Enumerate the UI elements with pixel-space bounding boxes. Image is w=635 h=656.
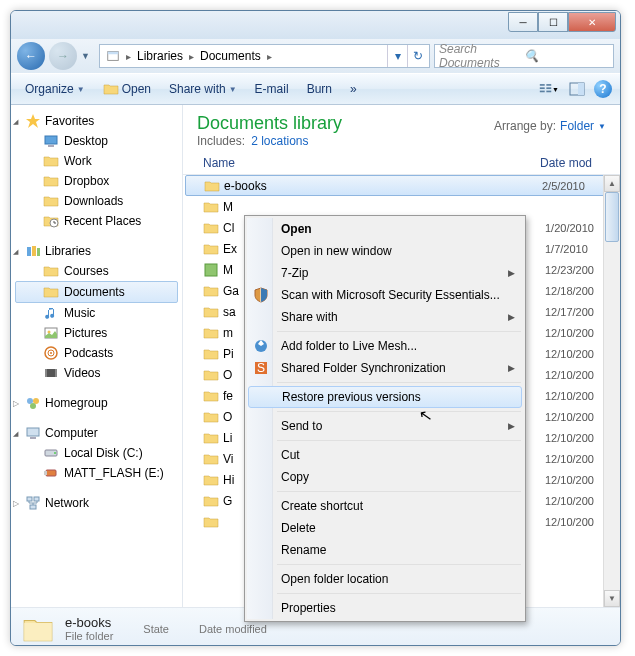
open-button[interactable]: Open bbox=[97, 79, 157, 99]
library-icon bbox=[43, 284, 59, 300]
minimize-button[interactable]: ─ bbox=[508, 12, 538, 32]
svg-rect-22 bbox=[45, 369, 47, 377]
close-button[interactable]: ✕ bbox=[568, 12, 616, 32]
email-button[interactable]: E-mail bbox=[249, 80, 295, 98]
file-row[interactable]: M bbox=[183, 196, 620, 217]
menu-item-shared-folder-synchronization[interactable]: SShared Folder Synchronization▶ bbox=[247, 357, 523, 379]
favorites-header[interactable]: Favorites bbox=[11, 111, 182, 131]
address-dropdown[interactable]: ▾ bbox=[387, 45, 407, 67]
computer-header[interactable]: Computer bbox=[11, 423, 182, 443]
search-box[interactable]: Search Documents 🔍 bbox=[434, 44, 614, 68]
column-name[interactable]: Name bbox=[203, 156, 540, 170]
library-title: Documents library bbox=[197, 113, 342, 134]
breadcrumb-root-icon[interactable] bbox=[102, 45, 124, 67]
sidebar-item-courses[interactable]: Courses bbox=[11, 261, 182, 281]
share-with-button[interactable]: Share with▼ bbox=[163, 80, 243, 98]
menu-item-scan-with-microsoft-security-essentials-[interactable]: Scan with Microsoft Security Essentials.… bbox=[247, 284, 523, 306]
library-header: Documents library Includes: 2 locations … bbox=[183, 105, 620, 152]
organize-button[interactable]: Organize▼ bbox=[19, 80, 91, 98]
arrange-by[interactable]: Arrange by: Folder ▼ bbox=[494, 113, 606, 133]
menu-item-properties[interactable]: Properties bbox=[247, 597, 523, 619]
mesh-icon bbox=[253, 338, 269, 354]
sidebar-item-podcasts[interactable]: Podcasts bbox=[11, 343, 182, 363]
menu-item-open-in-new-window[interactable]: Open in new window bbox=[247, 240, 523, 262]
menu-item-rename[interactable]: Rename bbox=[247, 539, 523, 561]
menu-item-copy[interactable]: Copy bbox=[247, 466, 523, 488]
scroll-up-button[interactable]: ▲ bbox=[604, 175, 620, 192]
breadcrumb-documents[interactable]: Documents bbox=[196, 45, 265, 67]
address-bar[interactable]: ▸ Libraries ▸ Documents ▸ ▾ ↻ bbox=[99, 44, 430, 68]
menu-item-create-shortcut[interactable]: Create shortcut bbox=[247, 495, 523, 517]
refresh-button[interactable]: ↻ bbox=[407, 45, 427, 67]
menu-item-restore-previous-versions[interactable]: Restore previous versions bbox=[248, 386, 522, 408]
sidebar-item-desktop[interactable]: Desktop bbox=[11, 131, 182, 151]
libraries-header[interactable]: Libraries bbox=[11, 241, 182, 261]
sidebar-item-dropbox[interactable]: Dropbox bbox=[11, 171, 182, 191]
help-button[interactable]: ? bbox=[594, 80, 612, 98]
chevron-right-icon[interactable]: ▸ bbox=[124, 51, 133, 62]
chevron-right-icon[interactable]: ▸ bbox=[265, 51, 274, 62]
menu-item-send-to[interactable]: Send to▶ bbox=[247, 415, 523, 437]
locations-link[interactable]: 2 locations bbox=[251, 134, 308, 148]
svg-rect-31 bbox=[46, 470, 56, 476]
menu-item-delete[interactable]: Delete bbox=[247, 517, 523, 539]
scroll-down-button[interactable]: ▼ bbox=[604, 590, 620, 607]
breadcrumb-libraries[interactable]: Libraries bbox=[133, 45, 187, 67]
menu-separator bbox=[277, 331, 521, 332]
folder-icon bbox=[204, 178, 220, 194]
submenu-arrow-icon: ▶ bbox=[508, 363, 515, 373]
forward-button[interactable]: → bbox=[49, 42, 77, 70]
network-header[interactable]: Network bbox=[11, 493, 182, 513]
sidebar-item-videos[interactable]: Videos bbox=[11, 363, 182, 383]
chevron-right-icon[interactable]: ▸ bbox=[187, 51, 196, 62]
folder-icon bbox=[203, 430, 219, 446]
burn-button[interactable]: Burn bbox=[301, 80, 338, 98]
menu-item-label: Send to bbox=[281, 419, 322, 433]
sidebar-item-pictures[interactable]: Pictures bbox=[11, 323, 182, 343]
menu-item-label: Shared Folder Synchronization bbox=[281, 361, 446, 375]
menu-item-cut[interactable]: Cut bbox=[247, 444, 523, 466]
svg-rect-34 bbox=[34, 497, 39, 501]
help-icon: ? bbox=[599, 82, 606, 96]
sidebar-item-work[interactable]: Work bbox=[11, 151, 182, 171]
sidebar-item-documents[interactable]: Documents bbox=[15, 281, 178, 303]
nav-history-dropdown[interactable]: ▼ bbox=[81, 51, 95, 61]
column-headers[interactable]: Name Date mod bbox=[183, 152, 620, 175]
svg-rect-14 bbox=[32, 246, 36, 256]
svg-rect-33 bbox=[27, 497, 32, 501]
library-subtitle: Includes: 2 locations bbox=[197, 134, 342, 148]
sidebar-item-drive[interactable]: Local Disk (C:) bbox=[11, 443, 182, 463]
sidebar-item-downloads[interactable]: Downloads bbox=[11, 191, 182, 211]
arrow-right-icon: → bbox=[57, 49, 69, 63]
folder-icon bbox=[203, 325, 219, 341]
sidebar-item-recent-places[interactable]: Recent Places bbox=[11, 211, 182, 231]
menu-item-open-folder-location[interactable]: Open folder location bbox=[247, 568, 523, 590]
menu-item-label: Copy bbox=[281, 470, 309, 484]
more-button[interactable]: » bbox=[344, 80, 363, 98]
svg-rect-13 bbox=[27, 247, 31, 256]
folder-icon bbox=[203, 262, 219, 278]
column-date[interactable]: Date mod bbox=[540, 156, 620, 170]
menu-item-share-with[interactable]: Share with▶ bbox=[247, 306, 523, 328]
menu-item-open[interactable]: Open bbox=[247, 218, 523, 240]
back-button[interactable]: ← bbox=[17, 42, 45, 70]
sidebar-item-label: Pictures bbox=[64, 326, 107, 340]
menu-item-label: Open folder location bbox=[281, 572, 388, 586]
homegroup-header[interactable]: Homegroup bbox=[11, 393, 182, 413]
folder-icon bbox=[203, 199, 219, 215]
menu-item-label: Add folder to Live Mesh... bbox=[281, 339, 417, 353]
scroll-thumb[interactable] bbox=[605, 192, 619, 242]
sidebar-item-drive[interactable]: MATT_FLASH (E:) bbox=[11, 463, 182, 483]
preview-pane-button[interactable] bbox=[566, 79, 588, 99]
menu-item-label: Open in new window bbox=[281, 244, 392, 258]
library-icon bbox=[43, 325, 59, 341]
vertical-scrollbar[interactable]: ▲ ▼ bbox=[603, 175, 620, 607]
view-button[interactable]: ▼ bbox=[538, 79, 560, 99]
maximize-button[interactable]: ☐ bbox=[538, 12, 568, 32]
sidebar-item-music[interactable]: Music bbox=[11, 303, 182, 323]
menu-item-add-folder-to-live-mesh-[interactable]: Add folder to Live Mesh... bbox=[247, 335, 523, 357]
menu-item--zip[interactable]: 7-Zip▶ bbox=[247, 262, 523, 284]
file-row[interactable]: e-books2/5/2010 bbox=[185, 175, 618, 196]
folder-icon bbox=[43, 193, 59, 209]
folder-icon bbox=[203, 493, 219, 509]
